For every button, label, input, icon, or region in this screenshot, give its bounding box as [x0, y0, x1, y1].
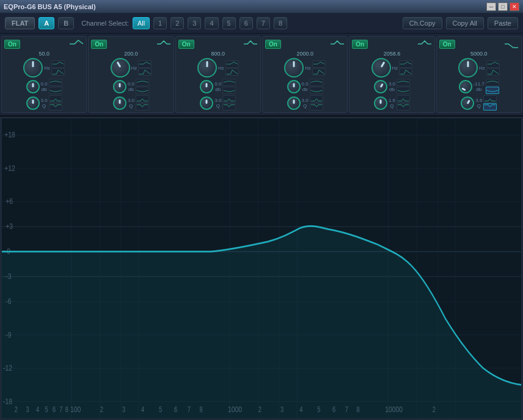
band-5-q-knob[interactable] — [374, 96, 387, 110]
band-5-shape-2[interactable] — [399, 68, 412, 76]
ch-copy-button[interactable]: Ch.Copy — [403, 17, 442, 29]
band-3-on-button[interactable]: On — [178, 40, 194, 49]
band-3: On 800.0 Hz 0.0db — [175, 36, 261, 113]
band-4-freq-knob[interactable] — [284, 58, 304, 78]
band-6-q-shapes — [483, 95, 497, 110]
band-4: On 2000.0 Hz 0.0db — [262, 36, 348, 113]
channel-1-button[interactable]: 1 — [153, 17, 167, 29]
band-6-freq-knob[interactable] — [458, 58, 478, 78]
channel-b-button[interactable]: B — [58, 17, 74, 29]
band-6-shape-1[interactable] — [486, 60, 500, 68]
band-1-q-shape-1[interactable] — [49, 95, 62, 103]
band-5-db-label: 3.0db — [389, 81, 395, 92]
band-4-db-shape-1[interactable] — [310, 79, 323, 86]
band-4-db-row: 0.0db — [264, 79, 346, 94]
band-6-filter-icon[interactable] — [504, 38, 519, 49]
channel-8-button[interactable]: 8 — [274, 17, 287, 29]
maximize-button[interactable]: □ — [498, 2, 508, 11]
channel-all-button[interactable]: All — [133, 17, 150, 29]
band-1-db-shape-1[interactable] — [49, 79, 62, 86]
eq-graph[interactable]: +18 +12 +6 +3 0 -3 -6 -9 -12 -18 2 3 4 5… — [1, 118, 522, 419]
band-2-q-shape-2[interactable] — [136, 103, 149, 110]
band-5-freq-knob[interactable] — [371, 58, 391, 78]
band-6-q-shape-2[interactable] — [483, 103, 497, 110]
band-1-freq-knob[interactable] — [23, 58, 43, 78]
band-3-freq: 800.0 — [211, 51, 225, 57]
band-2-db-shape-1[interactable] — [136, 79, 149, 86]
band-4-db-knob[interactable] — [287, 80, 301, 93]
band-4-q-shape-2[interactable] — [310, 103, 323, 110]
band-2-db-knob[interactable] — [113, 80, 126, 93]
band-6-db-knob[interactable] — [459, 80, 472, 93]
band-3-db-shape-2[interactable] — [222, 87, 236, 94]
band-1-filter-icon[interactable] — [69, 38, 84, 49]
band-3-shape-1[interactable] — [225, 60, 239, 68]
band-1-shape-1[interactable] — [51, 60, 65, 68]
band-6-shape-2[interactable] — [486, 68, 500, 76]
band-4-filter-icon[interactable] — [330, 38, 345, 49]
svg-text:+18: +18 — [4, 130, 15, 140]
band-5-db-shape-1[interactable] — [397, 79, 410, 86]
band-2-q-knob[interactable] — [113, 96, 126, 110]
band-3-shape-2[interactable] — [225, 68, 239, 76]
band-2-db-shape-2[interactable] — [136, 87, 149, 94]
band-1-shape-2[interactable] — [51, 68, 65, 76]
channel-2-button[interactable]: 2 — [170, 17, 184, 29]
flat-button[interactable]: FLAT — [5, 17, 35, 29]
channel-4-button[interactable]: 4 — [205, 17, 218, 29]
band-2-shape-1[interactable] — [138, 60, 152, 68]
band-5-on-button[interactable]: On — [352, 40, 368, 49]
band-3-filter-icon[interactable] — [243, 38, 258, 49]
band-5-q-shape-2[interactable] — [397, 103, 410, 110]
channel-7-button[interactable]: 7 — [257, 17, 270, 29]
band-5-db-knob[interactable] — [374, 80, 387, 93]
band-1-on-button[interactable]: On — [4, 40, 20, 49]
band-3-db-shapes — [222, 79, 236, 94]
band-4-q-shape-1[interactable] — [310, 95, 323, 103]
band-4-shape-1[interactable] — [312, 60, 326, 68]
band-3-q-knob[interactable] — [200, 96, 213, 110]
band-6-q-shape-1[interactable] — [483, 95, 497, 103]
band-6-q-knob[interactable] — [461, 96, 474, 110]
band-1-q-knob[interactable] — [26, 96, 40, 110]
band-3-q-shape-2[interactable] — [222, 103, 236, 110]
band-2-shape-buttons — [138, 60, 152, 76]
band-1-filter-svg — [70, 39, 83, 49]
close-button[interactable]: ✕ — [510, 2, 519, 11]
band-5-db-shape-2[interactable] — [397, 87, 410, 94]
channel-a-button[interactable]: A — [38, 17, 54, 29]
band-1-q-shape-2[interactable] — [49, 103, 62, 110]
band-3-q-shape-1[interactable] — [222, 95, 236, 103]
band-3-freq-knob[interactable] — [197, 58, 217, 78]
band-6-db-shape-1[interactable] — [486, 79, 499, 86]
band-4-q-knob[interactable] — [287, 96, 301, 110]
band-1-db-label: 0.0db — [41, 81, 48, 92]
band-4-db-shape-2[interactable] — [310, 87, 323, 94]
minimize-button[interactable]: ─ — [486, 2, 496, 11]
band-6-db-shape-2[interactable] — [486, 87, 499, 94]
band-5-db-shapes — [397, 79, 410, 94]
channel-5-button[interactable]: 5 — [222, 17, 236, 29]
band-1-db-shape-2[interactable] — [49, 87, 62, 94]
band-5-q-shape-1[interactable] — [397, 95, 410, 103]
paste-button[interactable]: Paste — [488, 17, 518, 29]
channel-3-button[interactable]: 3 — [188, 17, 201, 29]
band-2-q-shape-1[interactable] — [136, 95, 149, 103]
band-1-q-row: 3.0Q — [3, 95, 85, 110]
band-4-on-button[interactable]: On — [265, 40, 281, 49]
band-3-db-shape-1[interactable] — [222, 79, 236, 86]
band-6-q-row: 3.6Q — [438, 95, 520, 110]
band-2-on-button[interactable]: On — [91, 40, 107, 49]
band-4-shape-2[interactable] — [312, 68, 326, 76]
band-2-filter-icon[interactable] — [156, 38, 171, 49]
band-5-filter-icon[interactable] — [417, 38, 432, 49]
band-4-q-label: 3.0Q — [302, 98, 309, 109]
band-1-db-knob[interactable] — [26, 80, 40, 93]
band-2-freq-knob[interactable] — [111, 58, 130, 78]
copy-all-button[interactable]: Copy All — [446, 17, 484, 29]
band-5-shape-1[interactable] — [399, 60, 412, 68]
channel-6-button[interactable]: 6 — [240, 17, 253, 29]
band-2-shape-2[interactable] — [138, 68, 152, 76]
band-3-db-knob[interactable] — [200, 80, 213, 93]
band-6-on-button[interactable]: On — [439, 40, 455, 49]
